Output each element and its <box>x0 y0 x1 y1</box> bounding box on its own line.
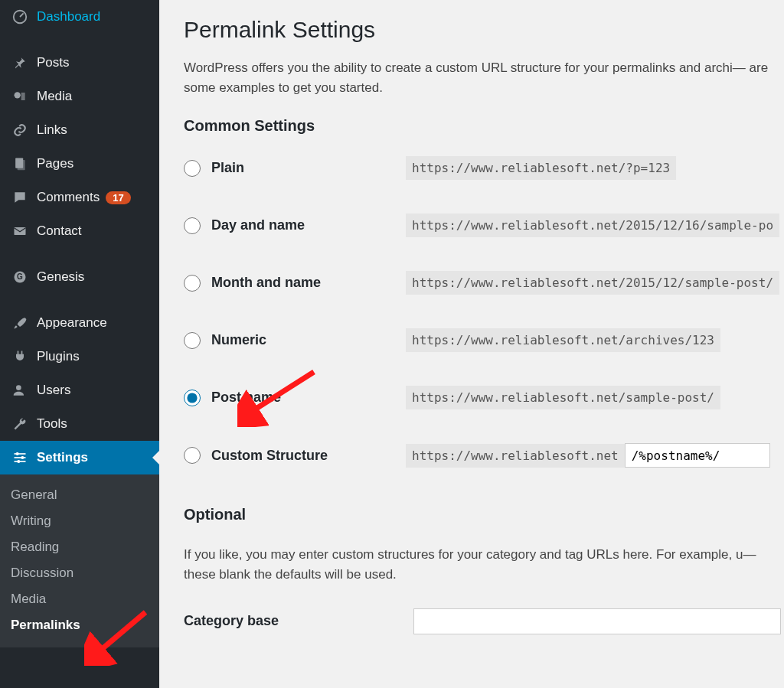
svg-text:G: G <box>17 272 23 281</box>
link-icon <box>11 121 29 139</box>
sidebar-item-settings[interactable]: Settings <box>0 441 159 474</box>
users-icon <box>11 381 29 399</box>
sidebar-item-appearance[interactable]: Appearance <box>0 306 159 340</box>
radio-label-custom: Custom Structure <box>211 448 328 464</box>
settings-submenu: General Writing Reading Discussion Media… <box>0 474 159 647</box>
sidebar-item-label: Links <box>37 122 67 138</box>
sidebar-item-genesis[interactable]: G Genesis <box>0 260 159 294</box>
sidebar-item-label: Media <box>37 89 72 104</box>
radio-monthname[interactable] <box>184 275 201 292</box>
category-base-input[interactable] <box>413 608 781 634</box>
sidebar-item-label: Settings <box>37 450 88 465</box>
optional-heading: Optional <box>184 506 784 523</box>
optional-text: If you like, you may enter custom struct… <box>184 545 784 585</box>
custom-structure-input[interactable] <box>625 443 770 468</box>
option-row-monthname: Month and name https://www.reliablesoft.… <box>184 271 784 295</box>
submenu-item-permalinks[interactable]: Permalinks <box>0 612 159 638</box>
sidebar-item-users[interactable]: Users <box>0 373 159 407</box>
comment-icon <box>11 188 29 207</box>
sidebar-item-label: Users <box>37 383 70 398</box>
sidebar-item-label: Contact <box>37 223 82 239</box>
sidebar-item-label: Plugins <box>37 349 80 364</box>
radio-label-postname: Post name <box>211 390 281 406</box>
svg-point-1 <box>15 92 21 98</box>
svg-point-13 <box>17 460 20 463</box>
submenu-item-reading[interactable]: Reading <box>0 534 159 560</box>
option-row-postname: Post name https://www.reliablesoft.net/s… <box>184 386 784 409</box>
url-sample-numeric: https://www.reliablesoft.net/archives/12… <box>406 328 720 352</box>
submenu-item-writing[interactable]: Writing <box>0 508 159 534</box>
sidebar-item-pages[interactable]: Pages <box>0 147 159 181</box>
sidebar-item-media[interactable]: Media <box>0 80 159 113</box>
svg-point-7 <box>16 385 21 390</box>
radio-label-plain: Plain <box>211 160 244 176</box>
radio-custom[interactable] <box>184 447 201 464</box>
sidebar-item-tools[interactable]: Tools <box>0 407 159 441</box>
url-sample-monthname: https://www.reliablesoft.net/2015/12/sam… <box>406 271 779 295</box>
svg-rect-3 <box>18 160 25 170</box>
sidebar-item-label: Appearance <box>37 315 107 331</box>
radio-postname[interactable] <box>184 390 201 406</box>
submenu-item-media[interactable]: Media <box>0 586 159 612</box>
sidebar-item-comments[interactable]: Comments 17 <box>0 181 159 214</box>
common-settings-heading: Common Settings <box>184 117 784 135</box>
svg-point-12 <box>21 456 24 459</box>
radio-label-dayname: Day and name <box>211 217 305 233</box>
plugin-icon <box>11 347 29 366</box>
sidebar-item-links[interactable]: Links <box>0 113 159 147</box>
sidebar-item-contact[interactable]: Contact <box>0 214 159 248</box>
sidebar-item-plugins[interactable]: Plugins <box>0 340 159 373</box>
svg-point-11 <box>16 452 19 455</box>
url-sample-postname: https://www.reliablesoft.net/sample-post… <box>406 386 720 409</box>
sidebar-item-label: Pages <box>37 156 74 171</box>
radio-label-monthname: Month and name <box>211 275 321 291</box>
url-sample-dayname: https://www.reliablesoft.net/2015/12/16/… <box>406 214 779 237</box>
media-icon <box>11 87 29 106</box>
sidebar-item-label: Genesis <box>37 269 84 285</box>
envelope-icon <box>11 222 29 240</box>
option-row-plain: Plain https://www.reliablesoft.net/?p=12… <box>184 156 784 180</box>
sidebar-item-posts[interactable]: Posts <box>0 46 159 80</box>
comments-count-badge: 17 <box>106 191 130 204</box>
radio-dayname[interactable] <box>184 217 201 234</box>
dashboard-icon <box>11 8 29 26</box>
wrench-icon <box>11 415 29 433</box>
main-content: Permalink Settings WordPress offers you … <box>159 0 784 688</box>
category-base-label: Category base <box>184 613 413 629</box>
radio-label-numeric: Numeric <box>211 332 266 348</box>
radio-numeric[interactable] <box>184 332 201 349</box>
custom-base-url: https://www.reliablesoft.net <box>406 444 625 468</box>
sidebar-item-label: Tools <box>37 416 67 432</box>
svg-rect-4 <box>15 227 26 235</box>
brush-icon <box>11 314 29 332</box>
option-row-dayname: Day and name https://www.reliablesoft.ne… <box>184 214 784 237</box>
intro-text: WordPress offers you the ability to crea… <box>184 58 784 97</box>
category-base-row: Category base <box>184 608 784 634</box>
radio-plain[interactable] <box>184 160 201 177</box>
sliders-icon <box>11 448 29 467</box>
sidebar-item-dashboard[interactable]: Dashboard <box>0 0 159 34</box>
url-sample-plain: https://www.reliablesoft.net/?p=123 <box>406 156 676 180</box>
page-icon <box>11 155 29 173</box>
pin-icon <box>11 54 29 72</box>
option-row-numeric: Numeric https://www.reliablesoft.net/arc… <box>184 328 784 352</box>
admin-sidebar: Dashboard Posts Media Links Pages Commen… <box>0 0 159 688</box>
page-title: Permalink Settings <box>184 17 784 43</box>
option-row-custom: Custom Structure https://www.reliablesof… <box>184 443 784 468</box>
submenu-item-general[interactable]: General <box>0 482 159 508</box>
submenu-item-discussion[interactable]: Discussion <box>0 560 159 586</box>
sidebar-item-label: Posts <box>37 55 70 70</box>
sidebar-item-label: Comments <box>37 190 100 205</box>
genesis-icon: G <box>11 268 29 286</box>
sidebar-item-label: Dashboard <box>37 9 100 24</box>
